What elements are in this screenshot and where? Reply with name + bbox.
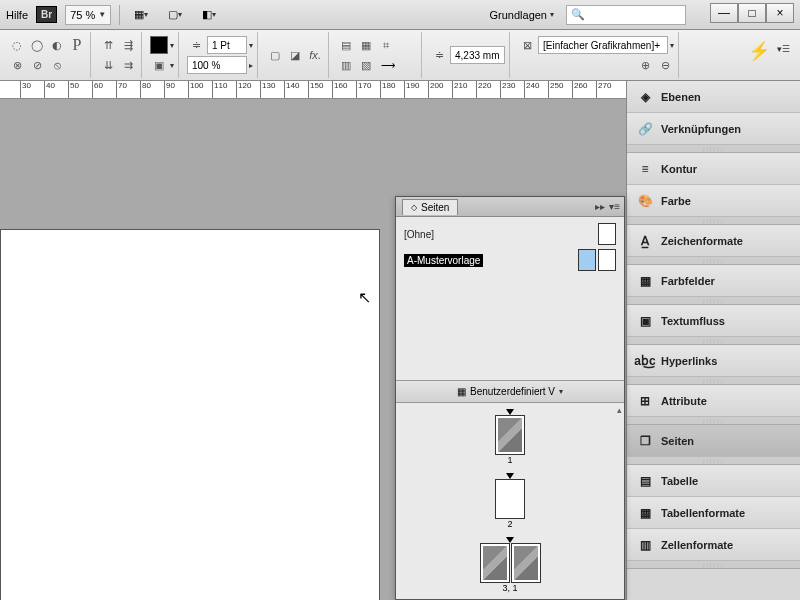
panel-layers[interactable]: ◈Ebenen xyxy=(627,81,800,113)
page-number: 1 xyxy=(507,455,512,465)
collapse-icon[interactable]: ▸▸ xyxy=(595,201,605,212)
page-entry[interactable]: 1 xyxy=(400,409,620,465)
pages-panel-header[interactable]: ◇Seiten ▸▸ ▾≡ xyxy=(396,197,624,217)
page-entry[interactable]: 3, 1 xyxy=(400,537,620,593)
fx-icon[interactable]: fx. xyxy=(306,46,324,64)
object-style-field[interactable]: [Einfacher Grafikrahmen]+ xyxy=(538,36,668,54)
panel-label: Kontur xyxy=(661,163,697,175)
panel-separator: :::::: xyxy=(627,337,800,345)
panel-hyperlinks[interactable]: ab͜cHyperlinks xyxy=(627,345,800,377)
fill-swatch[interactable] xyxy=(150,36,168,54)
control-bar: ◌ ◯ ◐ P ⊗ ⊘ ⦸ ⇈ ⇶ ⇊ ⇉ ▾ ▣▾ ≑ 1 Pt▾ 100 %… xyxy=(0,30,800,81)
panel-label: Farbe xyxy=(661,195,691,207)
panel-stroke[interactable]: ≡Kontur xyxy=(627,153,800,185)
opacity-field[interactable]: 100 % xyxy=(187,56,247,74)
wrap-icon[interactable]: ▤ xyxy=(337,36,355,54)
char-styles-icon: A̲ xyxy=(637,233,653,249)
maximize-button[interactable]: □ xyxy=(738,3,766,23)
panel-links[interactable]: 🔗Verknüpfungen xyxy=(627,113,800,145)
ruler-tick: 180 xyxy=(380,81,395,99)
bridge-icon[interactable]: Br xyxy=(36,6,57,23)
wrap-icon[interactable]: ▧ xyxy=(357,56,375,74)
clear-style-icon[interactable]: ⊖ xyxy=(656,56,674,74)
stroke-swatch[interactable]: ▣ xyxy=(150,56,168,74)
panel-label: Tabelle xyxy=(661,475,698,487)
document-canvas[interactable] xyxy=(0,229,380,600)
master-thumb[interactable] xyxy=(578,249,616,271)
view-options-icon[interactable]: ▦▾ xyxy=(128,4,154,26)
align-icon[interactable]: ⇈ xyxy=(99,36,117,54)
ruler-tick: 170 xyxy=(356,81,371,99)
tool-icon[interactable]: ◐ xyxy=(48,36,66,54)
stroke-weight-field[interactable]: 1 Pt xyxy=(207,36,247,54)
pages-panel-tab[interactable]: ◇Seiten xyxy=(402,199,458,215)
help-menu[interactable]: Hilfe xyxy=(6,9,28,21)
tool-icon[interactable]: ⦸ xyxy=(48,56,66,74)
measure-field[interactable]: 4,233 mm xyxy=(450,46,505,64)
master-row[interactable]: [Ohne] xyxy=(404,221,616,247)
align-icon[interactable]: ⇉ xyxy=(119,56,137,74)
ruler-tick: 110 xyxy=(212,81,227,99)
effects-icon[interactable]: ▢ xyxy=(266,46,284,64)
panel-swatches[interactable]: ▦Farbfelder xyxy=(627,265,800,297)
workspace-switcher[interactable]: Grundlagen▾ xyxy=(486,5,559,25)
panel-menu-icon[interactable]: ▾≡ xyxy=(609,201,620,212)
cell-styles-icon: ▥ xyxy=(637,537,653,553)
ruler-tick: 100 xyxy=(188,81,203,99)
control-menu-icon[interactable]: ▾☰ xyxy=(777,44,790,54)
zoom-combo[interactable]: 75 %▼ xyxy=(65,5,111,25)
panel-table[interactable]: ▤Tabelle xyxy=(627,465,800,497)
panel-attributes[interactable]: ⊞Attribute xyxy=(627,385,800,417)
scroll-up-icon[interactable]: ▴ xyxy=(617,405,622,415)
panel-pages[interactable]: ❐Seiten xyxy=(627,425,800,457)
panel-label: Textumfluss xyxy=(661,315,725,327)
ruler-tick: 70 xyxy=(116,81,127,99)
search-input[interactable]: 🔍 xyxy=(566,5,686,25)
ruler-tick: 220 xyxy=(476,81,491,99)
frame-icon[interactable]: ⊠ xyxy=(518,36,536,54)
panel-separator: :::::: xyxy=(627,377,800,385)
wrap-icon[interactable]: ▥ xyxy=(337,56,355,74)
tool-icon[interactable]: P xyxy=(68,36,86,54)
close-button[interactable]: × xyxy=(766,3,794,23)
page-spread[interactable] xyxy=(480,543,541,583)
panel-table-styles[interactable]: ▦Tabellenformate xyxy=(627,497,800,529)
panel-separator: :::::: xyxy=(627,561,800,569)
tool-icon[interactable]: ⊘ xyxy=(28,56,46,74)
crop-icon[interactable]: ⌗ xyxy=(377,36,395,54)
ruler-tick: 160 xyxy=(332,81,347,99)
ruler-tick: 80 xyxy=(140,81,151,99)
panel-label: Seiten xyxy=(661,435,694,447)
page-entry[interactable]: 2 xyxy=(400,473,620,529)
tool-icon[interactable]: ◯ xyxy=(28,36,46,54)
panel-char-styles[interactable]: A̲Zeichenformate xyxy=(627,225,800,257)
master-row[interactable]: A-Mustervorlage xyxy=(404,247,616,273)
panel-label: Tabellenformate xyxy=(661,507,745,519)
new-style-icon[interactable]: ⊕ xyxy=(636,56,654,74)
tool-icon[interactable]: ◌ xyxy=(8,36,26,54)
panel-color[interactable]: 🎨Farbe xyxy=(627,185,800,217)
panel-label: Zellenformate xyxy=(661,539,733,551)
measure-stepper[interactable]: ≑ xyxy=(430,46,448,64)
tool-icon[interactable]: ⊗ xyxy=(8,56,26,74)
panel-text-wrap[interactable]: ▣Textumfluss xyxy=(627,305,800,337)
ruler-tick: 250 xyxy=(548,81,563,99)
effects-icon[interactable]: ◪ xyxy=(286,46,304,64)
links-icon: 🔗 xyxy=(637,121,653,137)
spread-selector[interactable]: ▦Benutzerdefiniert V▾ xyxy=(396,381,624,403)
wrap-icon[interactable]: ▦ xyxy=(357,36,375,54)
arrange-icon[interactable]: ◧▾ xyxy=(196,4,222,26)
align-icon[interactable]: ⇶ xyxy=(119,36,137,54)
page-thumb[interactable] xyxy=(495,415,525,455)
stroke-icon: ≡ xyxy=(637,161,653,177)
minimize-button[interactable]: — xyxy=(710,3,738,23)
ruler-tick: 60 xyxy=(92,81,103,99)
master-thumb[interactable] xyxy=(598,223,616,245)
layers-icon: ◈ xyxy=(637,89,653,105)
panel-cell-styles[interactable]: ▥Zellenformate xyxy=(627,529,800,561)
stroke-stepper[interactable]: ≑ xyxy=(187,36,205,54)
quick-apply-icon[interactable]: ⚡ xyxy=(748,40,770,62)
screen-mode-icon[interactable]: ▢▾ xyxy=(162,4,188,26)
page-thumb[interactable] xyxy=(495,479,525,519)
align-icon[interactable]: ⇊ xyxy=(99,56,117,74)
